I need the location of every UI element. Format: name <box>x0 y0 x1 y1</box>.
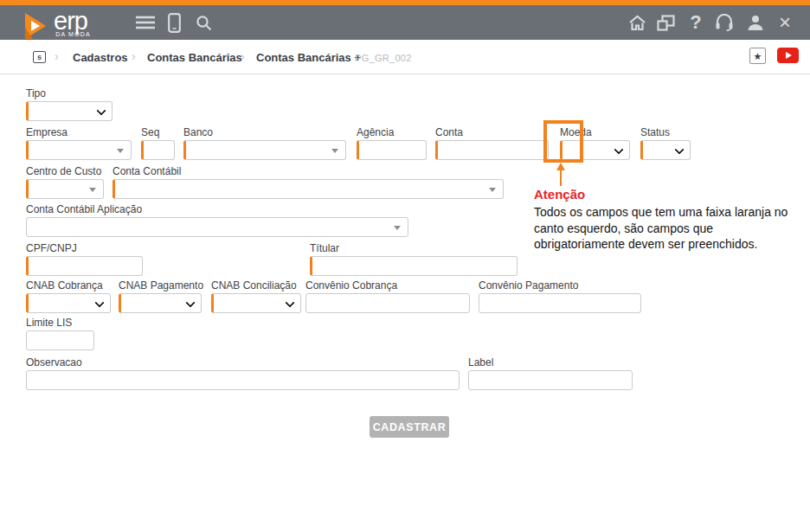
close-icon[interactable]: × <box>775 5 794 40</box>
dropdown-arrow-icon <box>117 149 124 153</box>
cadastrar-button[interactable]: CADASTRAR <box>370 416 449 438</box>
cpf-cnpj-label: CPF/CNPJ <box>26 242 143 254</box>
label-input[interactable] <box>468 370 633 390</box>
breadcrumb-separator: › <box>132 49 136 63</box>
app-header: erp DA MODA ? × <box>0 5 810 40</box>
dropdown-arrow-icon <box>394 226 401 230</box>
banco-label: Banco <box>183 126 346 138</box>
cpf-cnpj-input[interactable] <box>26 256 143 276</box>
centro-de-custo-select[interactable] <box>26 179 104 199</box>
attention-highlight-box <box>543 120 583 163</box>
conta-contabil-aplicacao-label: Conta Contábil Aplicação <box>26 203 408 215</box>
logo-play-icon <box>22 12 48 40</box>
chevron-down-icon <box>185 298 195 307</box>
tipo-label: Tipo <box>26 87 112 99</box>
breadcrumb: s › Cadastros › Contas Bancárias › Conta… <box>0 40 810 74</box>
limite-lis-input[interactable] <box>26 330 94 350</box>
dropdown-arrow-icon <box>331 149 338 153</box>
mobile-icon[interactable] <box>165 5 183 40</box>
youtube-icon[interactable] <box>777 48 799 63</box>
support-headset-icon[interactable] <box>713 5 736 40</box>
cnab-conciliacao-select[interactable] <box>211 293 301 313</box>
cnab-pagamento-label: CNAB Pagamento <box>119 279 202 292</box>
agencia-input[interactable] <box>357 140 427 160</box>
chevron-down-icon <box>614 144 623 154</box>
centro-de-custo-label: Centro de Custo <box>26 165 104 177</box>
breadcrumb-item-contas-bancarias-new[interactable]: Contas Bancárias + <box>256 51 361 64</box>
dropdown-arrow-icon <box>489 188 496 192</box>
observacao-input[interactable] <box>26 370 460 390</box>
shortcut-key-icon: s <box>33 51 46 63</box>
convenio-cobranca-label: Convênio Cobrança <box>305 279 470 292</box>
observacao-label: Observacao <box>26 356 460 369</box>
conta-contabil-aplicacao-select[interactable] <box>26 217 408 237</box>
chevron-down-icon <box>674 144 684 154</box>
help-icon[interactable]: ? <box>687 5 704 40</box>
brand-subtitle: DA MODA <box>55 31 91 37</box>
breadcrumb-item-contas-bancarias[interactable]: Contas Bancárias <box>147 51 242 64</box>
page: erp DA MODA ? × s › Cadastros <box>0 0 810 532</box>
conta-input[interactable] <box>435 140 549 160</box>
empresa-select[interactable] <box>26 140 132 160</box>
convenio-pagamento-label: Convênio Pagamento <box>479 279 641 292</box>
search-icon[interactable] <box>194 5 213 40</box>
agencia-label: Agência <box>357 126 427 138</box>
attention-text: Todos os campos que tem uma faixa laranj… <box>534 204 789 253</box>
page-code: PG_GR_002 <box>355 53 412 63</box>
cnab-pagamento-select[interactable] <box>119 293 202 313</box>
app-logo[interactable]: erp DA MODA <box>22 8 87 40</box>
user-icon[interactable] <box>744 5 767 40</box>
breadcrumb-separator: › <box>241 49 245 63</box>
breadcrumb-separator: › <box>55 49 59 63</box>
titular-label: Títular <box>310 242 518 254</box>
chevron-down-icon <box>96 106 106 115</box>
breadcrumb-item-cadastros[interactable]: Cadastros <box>73 51 128 64</box>
convenio-cobranca-input[interactable] <box>305 293 470 313</box>
seq-label: Seq <box>141 126 175 138</box>
label-field-label: Label <box>468 356 633 369</box>
menu-icon[interactable] <box>134 5 157 40</box>
empresa-label: Empresa <box>26 126 132 138</box>
dropdown-arrow-icon <box>89 188 96 192</box>
cnab-cobranca-select[interactable] <box>26 293 111 313</box>
limite-lis-label: Limite LIS <box>26 317 94 329</box>
attention-title: Atenção <box>534 187 585 202</box>
conta-label: Conta <box>435 126 549 138</box>
banco-select[interactable] <box>183 140 346 160</box>
favorite-star-icon[interactable]: ★ <box>749 48 766 64</box>
status-select[interactable] <box>640 140 691 160</box>
windows-cascade-icon[interactable] <box>654 5 677 40</box>
tipo-select[interactable] <box>26 101 112 121</box>
attention-arrow-stem <box>560 170 562 186</box>
titular-input[interactable] <box>310 256 518 276</box>
chevron-down-icon <box>94 298 104 307</box>
conta-contabil-label: Conta Contábil <box>112 165 504 177</box>
conta-contabil-select[interactable] <box>112 179 504 199</box>
convenio-pagamento-input[interactable] <box>479 293 641 313</box>
chevron-down-icon <box>285 298 294 307</box>
seq-input[interactable] <box>141 140 175 160</box>
cnab-conciliacao-label: CNAB Conciliação <box>211 279 301 292</box>
home-icon[interactable] <box>627 5 647 40</box>
status-label: Status <box>640 126 691 138</box>
cnab-cobranca-label: CNAB Cobrança <box>26 279 111 292</box>
